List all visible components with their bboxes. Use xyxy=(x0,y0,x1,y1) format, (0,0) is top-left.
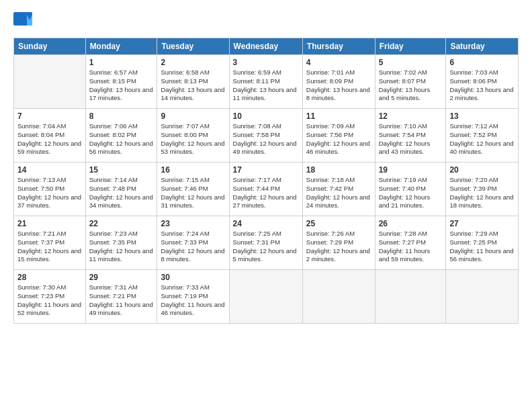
day-info: Sunrise: 7:14 AMSunset: 7:48 PMDaylight:… xyxy=(89,176,154,210)
day-cell: 22Sunrise: 7:23 AMSunset: 7:35 PMDayligh… xyxy=(85,216,157,270)
day-number: 13 xyxy=(449,111,515,121)
day-info: Sunrise: 7:06 AMSunset: 8:02 PMDaylight:… xyxy=(89,122,154,156)
day-info: Sunrise: 7:07 AMSunset: 8:00 PMDaylight:… xyxy=(161,122,225,156)
day-header-sunday: Sunday xyxy=(14,38,86,55)
day-header-thursday: Thursday xyxy=(302,38,375,55)
day-info: Sunrise: 7:23 AMSunset: 7:35 PMDaylight:… xyxy=(89,230,154,264)
day-info: Sunrise: 7:20 AMSunset: 7:39 PMDaylight:… xyxy=(449,176,515,210)
day-info: Sunrise: 7:04 AMSunset: 8:04 PMDaylight:… xyxy=(17,122,82,156)
day-cell: 5Sunrise: 7:02 AMSunset: 8:07 PMDaylight… xyxy=(375,55,446,109)
day-number: 16 xyxy=(161,165,225,175)
day-cell: 15Sunrise: 7:14 AMSunset: 7:48 PMDayligh… xyxy=(85,163,157,216)
day-info: Sunrise: 6:59 AMSunset: 8:11 PMDaylight:… xyxy=(233,68,299,103)
day-info: Sunrise: 7:33 AMSunset: 7:19 PMDaylight:… xyxy=(161,283,225,318)
day-info: Sunrise: 7:31 AMSunset: 7:21 PMDaylight:… xyxy=(89,283,154,318)
day-info: Sunrise: 7:10 AMSunset: 7:54 PMDaylight:… xyxy=(379,122,443,156)
day-number: 25 xyxy=(306,219,371,228)
day-cell: 10Sunrise: 7:08 AMSunset: 7:58 PMDayligh… xyxy=(229,109,302,163)
day-cell: 2Sunrise: 6:58 AMSunset: 8:13 PMDaylight… xyxy=(157,55,229,109)
day-cell: 8Sunrise: 7:06 AMSunset: 8:02 PMDaylight… xyxy=(85,109,157,163)
day-info: Sunrise: 7:09 AMSunset: 7:56 PMDaylight:… xyxy=(306,122,371,156)
day-number: 29 xyxy=(89,273,154,282)
day-number: 14 xyxy=(17,165,82,175)
week-row-5: 28Sunrise: 7:30 AMSunset: 7:23 PMDayligh… xyxy=(14,270,519,324)
day-cell: 12Sunrise: 7:10 AMSunset: 7:54 PMDayligh… xyxy=(375,109,446,163)
day-info: Sunrise: 7:28 AMSunset: 7:27 PMDaylight:… xyxy=(379,230,443,264)
day-cell xyxy=(446,270,519,324)
day-info: Sunrise: 7:24 AMSunset: 7:33 PMDaylight:… xyxy=(161,230,225,264)
day-info: Sunrise: 7:03 AMSunset: 8:06 PMDaylight:… xyxy=(449,68,515,103)
day-number: 6 xyxy=(449,58,515,67)
day-number: 22 xyxy=(89,219,154,228)
day-header-wednesday: Wednesday xyxy=(229,38,302,55)
day-number: 30 xyxy=(161,273,225,282)
day-number: 12 xyxy=(379,111,443,121)
day-number: 17 xyxy=(233,165,299,175)
day-info: Sunrise: 7:15 AMSunset: 7:46 PMDaylight:… xyxy=(161,176,225,210)
day-cell: 7Sunrise: 7:04 AMSunset: 8:04 PMDaylight… xyxy=(14,109,86,163)
day-number: 10 xyxy=(233,111,299,121)
day-info: Sunrise: 7:21 AMSunset: 7:37 PMDaylight:… xyxy=(17,230,82,264)
day-info: Sunrise: 7:26 AMSunset: 7:29 PMDaylight:… xyxy=(306,230,371,264)
day-cell: 19Sunrise: 7:19 AMSunset: 7:40 PMDayligh… xyxy=(375,163,446,216)
day-cell: 20Sunrise: 7:20 AMSunset: 7:39 PMDayligh… xyxy=(446,163,519,216)
day-info: Sunrise: 7:08 AMSunset: 7:58 PMDaylight:… xyxy=(233,122,299,156)
day-header-tuesday: Tuesday xyxy=(157,38,229,55)
week-row-2: 7Sunrise: 7:04 AMSunset: 8:04 PMDaylight… xyxy=(14,109,519,163)
calendar-table: SundayMondayTuesdayWednesdayThursdayFrid… xyxy=(13,38,519,324)
day-number: 21 xyxy=(17,219,82,228)
day-info: Sunrise: 7:25 AMSunset: 7:31 PMDaylight:… xyxy=(233,230,299,264)
day-number: 4 xyxy=(306,58,371,67)
day-info: Sunrise: 7:29 AMSunset: 7:25 PMDaylight:… xyxy=(449,230,515,264)
day-number: 18 xyxy=(306,165,371,175)
day-cell xyxy=(302,270,375,324)
day-cell: 3Sunrise: 6:59 AMSunset: 8:11 PMDaylight… xyxy=(229,55,302,109)
day-info: Sunrise: 7:17 AMSunset: 7:44 PMDaylight:… xyxy=(233,176,299,210)
header xyxy=(13,11,519,31)
day-number: 3 xyxy=(233,58,299,67)
day-cell: 6Sunrise: 7:03 AMSunset: 8:06 PMDaylight… xyxy=(446,55,519,109)
day-cell: 29Sunrise: 7:31 AMSunset: 7:21 PMDayligh… xyxy=(85,270,157,324)
day-info: Sunrise: 7:13 AMSunset: 7:50 PMDaylight:… xyxy=(17,176,82,210)
day-header-friday: Friday xyxy=(375,38,446,55)
day-info: Sunrise: 7:19 AMSunset: 7:40 PMDaylight:… xyxy=(379,176,443,210)
day-header-monday: Monday xyxy=(85,38,157,55)
day-number: 8 xyxy=(89,111,154,121)
logo xyxy=(13,11,35,31)
day-header-saturday: Saturday xyxy=(446,38,519,55)
day-info: Sunrise: 7:12 AMSunset: 7:52 PMDaylight:… xyxy=(449,122,515,156)
day-cell: 23Sunrise: 7:24 AMSunset: 7:33 PMDayligh… xyxy=(157,216,229,270)
day-info: Sunrise: 7:18 AMSunset: 7:42 PMDaylight:… xyxy=(306,176,371,210)
day-number: 7 xyxy=(17,111,82,121)
day-info: Sunrise: 6:58 AMSunset: 8:13 PMDaylight:… xyxy=(161,68,225,103)
day-cell: 25Sunrise: 7:26 AMSunset: 7:29 PMDayligh… xyxy=(302,216,375,270)
day-number: 2 xyxy=(161,58,225,67)
day-cell: 24Sunrise: 7:25 AMSunset: 7:31 PMDayligh… xyxy=(229,216,302,270)
day-number: 20 xyxy=(449,165,515,175)
week-row-4: 21Sunrise: 7:21 AMSunset: 7:37 PMDayligh… xyxy=(14,216,519,270)
day-number: 5 xyxy=(379,58,443,67)
day-cell: 9Sunrise: 7:07 AMSunset: 8:00 PMDaylight… xyxy=(157,109,229,163)
day-info: Sunrise: 7:02 AMSunset: 8:07 PMDaylight:… xyxy=(379,68,443,103)
day-cell: 21Sunrise: 7:21 AMSunset: 7:37 PMDayligh… xyxy=(14,216,86,270)
header-row: SundayMondayTuesdayWednesdayThursdayFrid… xyxy=(14,38,519,55)
day-info: Sunrise: 7:30 AMSunset: 7:23 PMDaylight:… xyxy=(17,283,82,318)
day-cell: 4Sunrise: 7:01 AMSunset: 8:09 PMDaylight… xyxy=(302,55,375,109)
day-number: 27 xyxy=(449,219,515,228)
day-number: 1 xyxy=(89,58,154,67)
day-number: 28 xyxy=(17,273,82,282)
day-cell: 30Sunrise: 7:33 AMSunset: 7:19 PMDayligh… xyxy=(157,270,229,324)
day-cell: 16Sunrise: 7:15 AMSunset: 7:46 PMDayligh… xyxy=(157,163,229,216)
day-cell: 14Sunrise: 7:13 AMSunset: 7:50 PMDayligh… xyxy=(14,163,86,216)
day-cell: 17Sunrise: 7:17 AMSunset: 7:44 PMDayligh… xyxy=(229,163,302,216)
day-number: 24 xyxy=(233,219,299,228)
day-cell xyxy=(14,55,86,109)
week-row-3: 14Sunrise: 7:13 AMSunset: 7:50 PMDayligh… xyxy=(14,163,519,216)
day-number: 26 xyxy=(379,219,443,228)
day-number: 19 xyxy=(379,165,443,175)
logo-icon xyxy=(13,12,32,31)
day-cell: 27Sunrise: 7:29 AMSunset: 7:25 PMDayligh… xyxy=(446,216,519,270)
day-cell: 18Sunrise: 7:18 AMSunset: 7:42 PMDayligh… xyxy=(302,163,375,216)
day-cell xyxy=(375,270,446,324)
day-cell xyxy=(229,270,302,324)
